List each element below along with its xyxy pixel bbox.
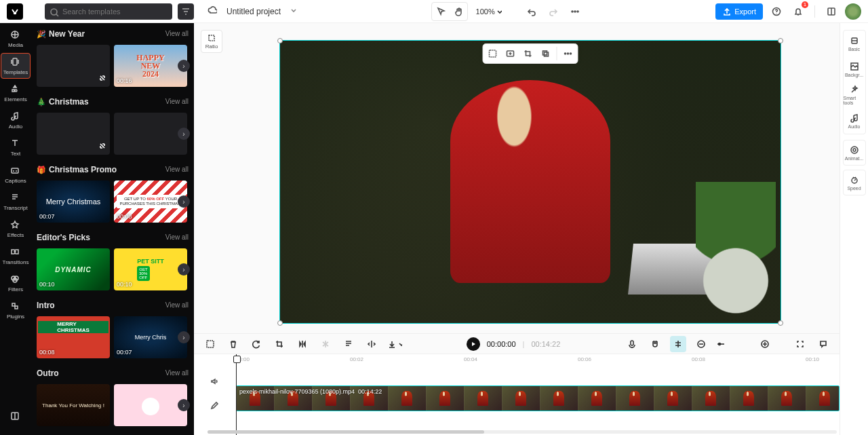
- align-icon[interactable]: [670, 336, 686, 352]
- download-icon[interactable]: [387, 336, 403, 352]
- split-icon[interactable]: [363, 336, 380, 352]
- redo-button[interactable]: [545, 3, 561, 20]
- nav-transitions[interactable]: Transitions: [1, 243, 31, 269]
- view-all-link[interactable]: View all: [165, 369, 189, 377]
- next-button[interactable]: ›: [178, 263, 190, 276]
- hand-tool[interactable]: [450, 3, 467, 20]
- avatar[interactable]: [845, 3, 861, 20]
- nav-expand[interactable]: [1, 404, 31, 430]
- resize-handle[interactable]: [778, 38, 783, 43]
- layout-toggle[interactable]: [823, 3, 840, 20]
- track-audio-icon[interactable]: [206, 373, 222, 390]
- template-card[interactable]: DYNAMIC00:10: [37, 248, 110, 290]
- timeline-scrollbar[interactable]: [208, 430, 837, 434]
- resize-handle[interactable]: [277, 320, 283, 326]
- next-button[interactable]: ›: [178, 399, 190, 411]
- template-card[interactable]: MERRYCHRISTMAS00:08: [37, 316, 110, 358]
- cursor-tool[interactable]: [433, 3, 449, 20]
- search-input[interactable]: [45, 3, 172, 20]
- rail-smart[interactable]: Smart tools: [844, 82, 865, 108]
- next-button[interactable]: ›: [178, 331, 190, 343]
- project-caret-icon[interactable]: [289, 5, 298, 18]
- template-card[interactable]: PET SITTGET30%OFF00:10: [114, 248, 187, 290]
- next-button[interactable]: ›: [178, 128, 190, 140]
- fullscreen-icon[interactable]: [792, 336, 808, 352]
- zoom-out-icon[interactable]: [693, 336, 709, 352]
- magnet-icon[interactable]: [647, 336, 663, 352]
- nav-audio[interactable]: Audio: [1, 107, 31, 133]
- zoom-level[interactable]: 100%: [473, 7, 505, 16]
- template-card[interactable]: [114, 384, 187, 426]
- help-button[interactable]: [768, 3, 785, 20]
- expand-icon[interactable]: [98, 141, 107, 152]
- view-all-link[interactable]: View all: [165, 98, 189, 105]
- zoom-in-icon[interactable]: [757, 336, 773, 352]
- nav-templates[interactable]: Templates: [1, 53, 31, 79]
- view-all-link[interactable]: View all: [165, 301, 189, 309]
- more-button[interactable]: [567, 3, 583, 20]
- nav-plugins[interactable]: Plugins: [1, 297, 31, 323]
- duplicate-icon[interactable]: [539, 47, 553, 60]
- play-button[interactable]: [467, 337, 480, 351]
- add-media-icon[interactable]: [504, 47, 517, 60]
- next-button[interactable]: ›: [178, 60, 190, 72]
- rail-backgr[interactable]: Backgr...: [844, 56, 865, 82]
- speed-icon[interactable]: [340, 336, 357, 352]
- resize-handle[interactable]: [778, 320, 783, 326]
- nav-transcript[interactable]: Transcript: [1, 189, 31, 214]
- template-card[interactable]: HAPPYNEW202400:16: [114, 45, 187, 87]
- template-card[interactable]: Merry Christmas00:07: [37, 181, 110, 223]
- rail-speed[interactable]: Speed: [843, 170, 866, 195]
- resize-handle[interactable]: [277, 38, 283, 43]
- template-card[interactable]: [37, 45, 110, 87]
- tl-select-icon[interactable]: [202, 336, 218, 352]
- rotate-icon[interactable]: [248, 336, 264, 352]
- timeline-clip[interactable]: pexels-mikhail-nilov-7709365 (1080p).mp4…: [236, 385, 840, 411]
- rail-anim[interactable]: Animat...: [843, 140, 866, 166]
- template-card[interactable]: [114, 113, 187, 155]
- template-card[interactable]: Thank You For Watching !: [37, 384, 110, 426]
- right-rail: BasicBackgr...Smart toolsAudio Animat...…: [840, 23, 868, 435]
- ratio-button[interactable]: Ratio: [201, 30, 222, 53]
- section-title: Intro: [37, 301, 55, 310]
- project-title[interactable]: Untitled project: [226, 7, 281, 16]
- mic-icon[interactable]: [624, 336, 640, 352]
- next-button[interactable]: ›: [178, 195, 190, 208]
- canvas-more-icon[interactable]: [561, 47, 575, 60]
- template-card[interactable]: Merry Chris00:07: [114, 316, 187, 358]
- zoom-slider[interactable]: [716, 336, 750, 352]
- nav-filters[interactable]: Filters: [1, 270, 31, 296]
- app-logo[interactable]: [7, 3, 23, 20]
- templates-panel: 🎉New YearView allHAPPYNEW202400:16›🎄Chri…: [31, 23, 194, 435]
- playhead[interactable]: [236, 354, 237, 435]
- rail-audio[interactable]: Audio: [844, 108, 865, 134]
- crop-tl-icon[interactable]: [271, 336, 288, 352]
- export-button[interactable]: Export: [715, 3, 763, 20]
- view-all-link[interactable]: View all: [165, 30, 189, 37]
- crop-icon[interactable]: [521, 47, 535, 60]
- expand-icon[interactable]: [98, 73, 107, 84]
- rail-basic[interactable]: Basic: [844, 31, 865, 56]
- delete-icon[interactable]: [225, 336, 241, 352]
- timeline[interactable]: 00:0000:0200:0400:0600:0800:10 pexels-mi…: [194, 354, 840, 435]
- notifications-button[interactable]: 1: [790, 3, 806, 20]
- preview-canvas[interactable]: [279, 40, 781, 324]
- filter-button[interactable]: [178, 3, 194, 20]
- nav-captions[interactable]: Captions: [1, 162, 31, 187]
- nav-text[interactable]: Text: [1, 134, 31, 160]
- nav-effects[interactable]: Effects: [1, 216, 31, 242]
- track-edit-icon[interactable]: [206, 398, 222, 414]
- section-title: Christmas Promo: [49, 165, 117, 174]
- template-card[interactable]: [37, 113, 110, 155]
- time-current: 00:00:00: [487, 340, 516, 348]
- nav-media[interactable]: Media: [1, 26, 31, 52]
- undo-button[interactable]: [524, 3, 540, 20]
- comment-icon[interactable]: [815, 336, 831, 352]
- view-all-link[interactable]: View all: [165, 166, 189, 173]
- select-area-icon[interactable]: [486, 47, 500, 60]
- view-all-link[interactable]: View all: [165, 233, 189, 241]
- mirror-icon[interactable]: [294, 336, 311, 352]
- template-card[interactable]: GET UP TO 60% OFF YOURPURCHASES THIS CHR…: [114, 181, 187, 223]
- nav-elements[interactable]: Elements: [1, 80, 31, 106]
- freeze-icon[interactable]: [317, 336, 334, 352]
